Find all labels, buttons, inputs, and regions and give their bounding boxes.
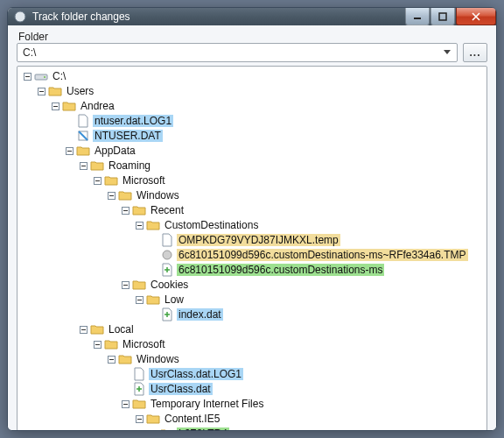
tree-item[interactable]: 6c810151099d596c.customDestinations-ms~R… — [177, 249, 468, 261]
file-icon — [160, 233, 174, 247]
folder-icon — [90, 322, 104, 336]
app-window: Track folder changes Folder C:\ ... — [7, 7, 497, 431]
tree-item[interactable]: L6Z9LTR4 — [177, 427, 229, 431]
svg-rect-39 — [150, 430, 157, 431]
tree-item[interactable]: NTUSER.DAT — [93, 130, 163, 142]
collapse-icon[interactable] — [119, 279, 131, 291]
tree-container: C:\ Users — [17, 66, 487, 431]
tree-item-root[interactable]: C:\ — [51, 70, 67, 82]
tree-item[interactable]: UsrClass.dat.LOG1 — [149, 368, 243, 380]
folder-icon — [118, 188, 132, 202]
tree-item[interactable]: Microsoft — [121, 174, 167, 187]
collapse-icon[interactable] — [77, 159, 89, 172]
folder-label: Folder — [17, 31, 487, 43]
folder-icon — [118, 352, 132, 366]
tree-item[interactable]: UsrClass.dat — [149, 383, 213, 395]
window-title: Track folder changes — [32, 11, 404, 23]
tree-item[interactable]: index.dat — [177, 308, 223, 321]
folder-icon — [76, 144, 90, 158]
combo-dropdown-icon[interactable] — [439, 45, 455, 60]
folder-icon — [90, 159, 104, 173]
folder-icon — [104, 173, 118, 187]
collapse-icon[interactable] — [133, 413, 145, 425]
tree-item[interactable]: OMPKDG79VYDJ87IJMKXL.temp — [177, 234, 340, 246]
svg-point-0 — [15, 11, 25, 22]
collapse-icon[interactable] — [133, 293, 145, 306]
collapse-icon[interactable] — [133, 219, 145, 231]
collapse-icon[interactable] — [105, 353, 117, 365]
folder-icon — [48, 84, 62, 98]
file-added-icon — [132, 382, 146, 396]
tree-item[interactable]: CustomDestinations — [163, 219, 260, 231]
minimize-button[interactable] — [405, 8, 430, 25]
collapse-icon[interactable] — [119, 204, 131, 216]
tree-item[interactable]: Windows — [135, 353, 181, 365]
tree-item[interactable]: 6c810151099d596c.customDestinations-ms — [177, 264, 384, 276]
collapse-icon[interactable] — [91, 338, 103, 350]
maximize-button[interactable] — [430, 8, 455, 25]
file-icon — [76, 114, 90, 128]
collapse-icon[interactable] — [21, 70, 33, 82]
tree-item[interactable]: Low — [163, 293, 186, 306]
svg-point-24 — [163, 251, 172, 259]
collapse-icon[interactable] — [35, 85, 47, 97]
file-deleted-icon — [160, 248, 174, 262]
tree-item[interactable]: AppData — [93, 145, 137, 157]
file-modified-icon — [76, 129, 90, 143]
collapse-icon[interactable] — [91, 174, 103, 187]
folder-icon — [132, 397, 146, 411]
tree-item[interactable]: Andrea — [79, 100, 116, 112]
tree-item[interactable]: Temporary Internet Files — [149, 398, 265, 410]
tree-item[interactable]: Cookies — [149, 279, 190, 291]
tree-item[interactable]: Microsoft — [121, 338, 167, 350]
close-button[interactable] — [456, 8, 496, 25]
folder-icon — [104, 337, 118, 351]
svg-point-6 — [44, 76, 46, 78]
window-controls — [404, 8, 496, 25]
app-icon — [13, 10, 27, 24]
tree-item[interactable]: Content.IE5 — [163, 413, 221, 425]
tree-item[interactable]: ntuser.dat.LOG1 — [93, 115, 173, 127]
folder-icon — [62, 99, 76, 113]
folder-icon — [132, 278, 146, 292]
folder-icon — [146, 412, 160, 426]
tree-item[interactable]: Roaming — [107, 159, 152, 172]
client-area: Folder C:\ ... C:\ — [8, 25, 496, 431]
file-icon — [132, 367, 146, 381]
collapse-icon[interactable] — [49, 100, 61, 112]
tree-item[interactable]: Recent — [149, 204, 186, 216]
drive-icon — [34, 69, 48, 83]
folder-tree[interactable]: C:\ Users — [18, 67, 486, 431]
folder-icon — [146, 218, 160, 232]
collapse-icon[interactable] — [77, 323, 89, 336]
file-added-icon — [160, 307, 174, 321]
svg-rect-2 — [439, 13, 446, 20]
folder-icon — [160, 427, 174, 431]
folder-path: C:\ — [23, 46, 439, 59]
file-added-icon — [160, 263, 174, 277]
folder-combo[interactable]: C:\ — [17, 43, 458, 62]
collapse-icon[interactable] — [147, 427, 159, 431]
collapse-icon[interactable] — [119, 398, 131, 410]
browse-button[interactable]: ... — [463, 43, 487, 62]
folder-icon — [146, 293, 160, 307]
collapse-icon[interactable] — [105, 189, 117, 201]
folder-icon — [132, 203, 146, 217]
svg-rect-1 — [414, 18, 421, 19]
tree-item[interactable]: Windows — [135, 189, 181, 201]
collapse-icon[interactable] — [63, 145, 75, 157]
titlebar[interactable]: Track folder changes — [8, 8, 496, 25]
tree-item[interactable]: Users — [65, 85, 95, 97]
tree-item[interactable]: Local — [107, 323, 136, 336]
